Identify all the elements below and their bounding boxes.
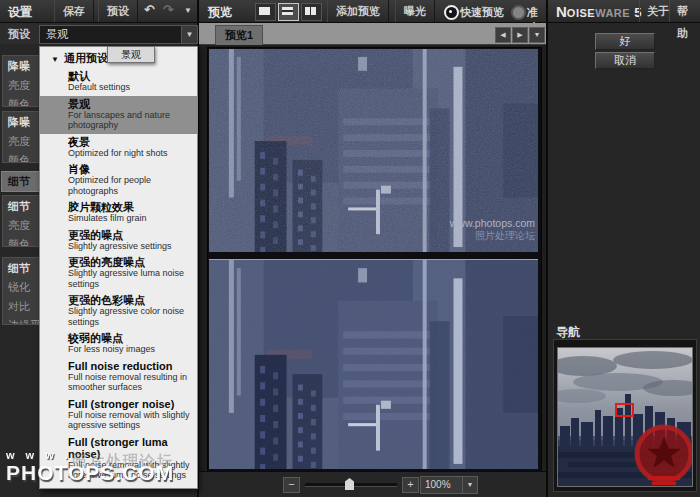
preview-panel: 预览 添加预览 曝光 快速预览 准确 预览1 ◀ ▶ ▼ [199, 0, 548, 497]
settings-panel: 设置 保存 预设 ↶ ↷ ▼ 预设 景观 ▼ 降噪 亮度 颜色 降噪 亮度 颜色… [0, 0, 199, 497]
photops-watermark: w w w . PHOTOPS.COM [6, 449, 174, 485]
single-pane-icon [259, 7, 270, 15]
chevron-down-icon: ▼ [51, 55, 59, 64]
preset-item-full[interactable]: Full noise reductionFull noise removal r… [40, 358, 197, 396]
preset-item-stronger-color[interactable]: 更强的色彩噪点Slightly agressive color noise se… [40, 292, 197, 330]
preset-item-weaker[interactable]: 较弱的噪点For less noisy images [40, 330, 197, 358]
preset-item-stronger-luma[interactable]: 更强的亮度噪点Slightly agressive luma noise set… [40, 254, 197, 292]
save-button[interactable]: 保存 [54, 0, 94, 22]
cancel-button[interactable]: 取消 [595, 52, 655, 69]
exposure-button[interactable]: 曝光 [395, 0, 435, 22]
noiseware-logo: NOISEWARE5 [556, 3, 641, 20]
zoom-out-button[interactable]: − [283, 477, 300, 493]
preset-item-filmgrain[interactable]: 胶片颗粒效果Simulates film grain [40, 199, 197, 227]
view-split-vertical-button[interactable] [301, 3, 322, 21]
preset-row: 预设 景观 ▼ [0, 23, 197, 44]
preview-frame: www.photops.com 照片处理论坛 [207, 47, 542, 472]
add-preview-button[interactable]: 添加预览 [327, 0, 389, 22]
preset-dropdown-list: ▼通用预设 默认Default settings 景观For lanscapes… [39, 46, 198, 489]
preview-tabstrip: 预览1 ◀ ▶ ▼ [199, 23, 546, 45]
preset-item-stronger-noise[interactable]: 更强的噪点Slightly agressive settings [40, 227, 197, 255]
tab-menu-caret-icon[interactable]: ▼ [529, 27, 545, 43]
zoom-select-caret-icon[interactable]: ▼ [462, 476, 478, 494]
fast-preview-label[interactable]: 快速预览 [460, 5, 504, 20]
view-single-button[interactable] [255, 3, 276, 21]
tab-preview-1[interactable]: 预览1 [215, 25, 263, 45]
zoom-level-select[interactable]: 100% [420, 476, 466, 494]
navigator-thumbnail[interactable] [557, 347, 693, 487]
preset-item-default[interactable]: 默认Default settings [40, 68, 197, 96]
settings-title: 设置 [8, 4, 32, 21]
preset-button[interactable]: 预设 [98, 0, 138, 22]
preview-image-filtered [209, 260, 538, 469]
preset-item-full-stronger[interactable]: Full (stronger noise)Full noise removal … [40, 396, 197, 434]
split-horizontal-icon [282, 7, 293, 15]
accurate-radio[interactable] [511, 5, 526, 20]
preset-combobox-arrow-icon[interactable]: ▼ [181, 25, 198, 44]
preset-combo-label: 预设 [8, 27, 30, 42]
preview-pane-filtered[interactable] [209, 259, 538, 469]
preset-combobox[interactable]: 景观 [39, 25, 188, 44]
zoom-in-button[interactable]: + [402, 477, 419, 493]
split-vertical-icon [305, 7, 316, 15]
undo-icon[interactable]: ↶ [144, 2, 155, 17]
zoom-bar: − + 100% ▼ [199, 471, 546, 497]
tab-scroll-right-icon[interactable]: ▶ [512, 27, 528, 43]
zoom-slider-track[interactable] [305, 483, 397, 487]
redo-icon[interactable]: ↷ [163, 2, 174, 17]
preset-item-portrait[interactable]: 肖像Optimized for people photographs [40, 161, 197, 199]
preview-watermark: www.photops.com 照片处理论坛 [450, 217, 535, 243]
brand-toolbar: NOISEWARE5 关于 帮助 [548, 0, 700, 23]
view-split-horizontal-button[interactable] [278, 3, 299, 21]
preview-title: 预览 [208, 4, 232, 21]
preview-pane-original[interactable]: www.photops.com 照片处理论坛 [209, 49, 538, 252]
zoom-slider-thumb[interactable] [345, 478, 354, 490]
ok-button[interactable]: 好 [595, 33, 655, 50]
tab-scroll-left-icon[interactable]: ◀ [495, 27, 511, 43]
preset-tooltip: 景观 [107, 46, 155, 63]
action-panel: NOISEWARE5 关于 帮助 好 取消 导航 [548, 0, 700, 497]
help-button[interactable]: 帮助 [669, 0, 700, 22]
toolbar-menu-caret-icon[interactable]: ▼ [184, 6, 192, 15]
noiseware-window: 设置 保存 预设 ↶ ↷ ▼ 预设 景观 ▼ 降噪 亮度 颜色 降噪 亮度 颜色… [0, 0, 700, 497]
settings-toolbar: 设置 保存 预设 ↶ ↷ ▼ [0, 0, 197, 23]
navigator-image [558, 348, 692, 486]
preset-item-landscape[interactable]: 景观For lanscapes and nature photography [40, 96, 197, 134]
preset-item-night[interactable]: 夜景Optimized for night shots [40, 134, 197, 162]
navigator-box [553, 339, 697, 492]
fast-preview-radio[interactable] [444, 5, 459, 20]
preview-toolbar: 预览 添加预览 曝光 快速预览 准确 [199, 0, 546, 23]
